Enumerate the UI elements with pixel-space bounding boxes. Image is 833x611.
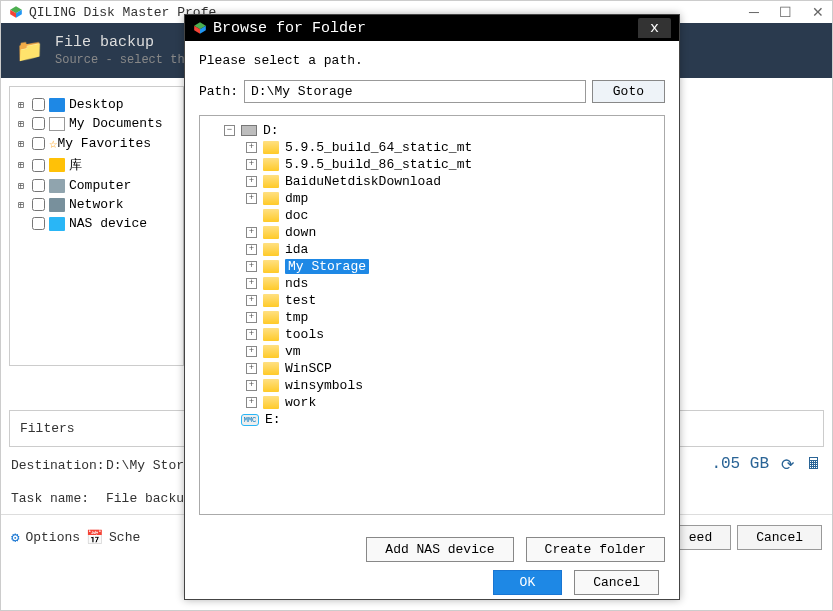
- folder-label: BaiduNetdiskDownload: [285, 174, 441, 189]
- sidebar-item-label: Desktop: [69, 97, 124, 112]
- checkbox[interactable]: [32, 217, 45, 230]
- tree-folder[interactable]: +ida: [204, 241, 660, 258]
- expand-icon[interactable]: +: [246, 397, 257, 408]
- folder-label: test: [285, 293, 316, 308]
- expand-icon[interactable]: +: [246, 380, 257, 391]
- folder-label: winsymbols: [285, 378, 363, 393]
- expand-icon[interactable]: ⊞: [18, 99, 30, 111]
- folder-icon: [263, 345, 279, 358]
- expand-icon[interactable]: ⊞: [18, 199, 30, 211]
- folder-label: doc: [285, 208, 308, 223]
- folder-label: vm: [285, 344, 301, 359]
- folder-icon: [263, 260, 279, 273]
- expand-icon[interactable]: +: [246, 363, 257, 374]
- tree-folder[interactable]: +test: [204, 292, 660, 309]
- tree-folder[interactable]: +tools: [204, 326, 660, 343]
- goto-button[interactable]: Goto: [592, 80, 665, 103]
- tree-folder[interactable]: +My Storage: [204, 258, 660, 275]
- create-folder-button[interactable]: Create folder: [526, 537, 665, 562]
- expand-icon[interactable]: +: [246, 312, 257, 323]
- drive-icon: [241, 125, 257, 136]
- expand-icon[interactable]: +: [246, 159, 257, 170]
- tree-folder[interactable]: +dmp: [204, 190, 660, 207]
- checkbox[interactable]: [32, 198, 45, 211]
- expand-icon[interactable]: ⊞: [18, 180, 30, 192]
- tree-folder[interactable]: +tmp: [204, 309, 660, 326]
- tree-folder[interactable]: +BaiduNetdiskDownload: [204, 173, 660, 190]
- destination-label: Destination:: [11, 458, 106, 473]
- expand-icon[interactable]: +: [246, 295, 257, 306]
- folder-icon: [263, 158, 279, 171]
- expand-icon[interactable]: +: [246, 261, 257, 272]
- folder-icon: [263, 192, 279, 205]
- tree-folder[interactable]: doc: [204, 207, 660, 224]
- expand-icon[interactable]: +: [246, 227, 257, 238]
- network-icon: [49, 198, 65, 212]
- folder-label: WinSCP: [285, 361, 332, 376]
- app-icon: [9, 5, 23, 19]
- folder-icon: [263, 311, 279, 324]
- expand-icon[interactable]: +: [246, 193, 257, 204]
- sidebar-item-nas[interactable]: NAS device: [18, 214, 175, 233]
- maximize-button[interactable]: ☐: [779, 4, 792, 20]
- ok-button[interactable]: OK: [493, 570, 563, 595]
- options-button[interactable]: ⚙Options: [11, 529, 80, 546]
- expand-icon[interactable]: +: [246, 329, 257, 340]
- path-input[interactable]: [244, 80, 586, 103]
- sidebar-item-library[interactable]: ⊞库: [18, 154, 175, 176]
- sidebar-item-network[interactable]: ⊞Network: [18, 195, 175, 214]
- sidebar-item-favorites[interactable]: ⊞☆My Favorites: [18, 133, 175, 154]
- folder-tree[interactable]: −D: +5.9.5_build_64_static_mt+5.9.5_buil…: [199, 115, 665, 515]
- schedule-button[interactable]: 📅Sche: [86, 529, 140, 546]
- document-icon: [49, 117, 65, 131]
- checkbox[interactable]: [32, 117, 45, 130]
- tree-folder[interactable]: +winsymbols: [204, 377, 660, 394]
- folder-icon: [263, 226, 279, 239]
- checkbox[interactable]: [32, 98, 45, 111]
- minimize-button[interactable]: ─: [749, 4, 759, 20]
- expand-icon[interactable]: +: [246, 142, 257, 153]
- expand-icon[interactable]: ⊞: [18, 118, 30, 130]
- expand-icon[interactable]: +: [246, 346, 257, 357]
- checkbox[interactable]: [32, 159, 45, 172]
- checkbox[interactable]: [32, 179, 45, 192]
- folder-icon: [263, 243, 279, 256]
- dialog-cancel-button[interactable]: Cancel: [574, 570, 659, 595]
- path-row: Path: Goto: [199, 80, 665, 103]
- calculator-icon[interactable]: 🖩: [806, 455, 822, 475]
- sidebar-item-documents[interactable]: ⊞My Documents: [18, 114, 175, 133]
- task-value: File backup: [106, 491, 192, 506]
- sidebar-item-desktop[interactable]: ⊞Desktop: [18, 95, 175, 114]
- window-controls: ─ ☐ ✕: [749, 4, 824, 20]
- folder-icon: [263, 209, 279, 222]
- cancel-button[interactable]: Cancel: [737, 525, 822, 550]
- refresh-icon[interactable]: ⟳: [781, 455, 794, 475]
- tree-folder[interactable]: +nds: [204, 275, 660, 292]
- tree-folder[interactable]: +5.9.5_build_86_static_mt: [204, 156, 660, 173]
- tree-folder[interactable]: +down: [204, 224, 660, 241]
- collapse-icon[interactable]: −: [224, 125, 235, 136]
- expand-icon[interactable]: ⊞: [18, 138, 30, 150]
- checkbox[interactable]: [32, 137, 45, 150]
- dialog-close-button[interactable]: x: [638, 18, 671, 38]
- tree-folder[interactable]: +work: [204, 394, 660, 411]
- mmc-icon: MMC: [241, 414, 259, 426]
- close-button[interactable]: ✕: [812, 4, 824, 20]
- folder-icon: [263, 175, 279, 188]
- expand-icon[interactable]: +: [246, 278, 257, 289]
- sidebar-item-computer[interactable]: ⊞Computer: [18, 176, 175, 195]
- folder-label: nds: [285, 276, 308, 291]
- folder-label: tools: [285, 327, 324, 342]
- tree-drive-e[interactable]: MMCE:: [204, 411, 660, 428]
- expand-icon[interactable]: ⊞: [18, 159, 30, 171]
- tree-folder[interactable]: +WinSCP: [204, 360, 660, 377]
- task-label: Task name:: [11, 491, 106, 506]
- tree-drive-d[interactable]: −D:: [204, 122, 660, 139]
- nas-icon: [49, 217, 65, 231]
- expand-icon[interactable]: +: [246, 244, 257, 255]
- add-nas-button[interactable]: Add NAS device: [366, 537, 513, 562]
- tree-folder[interactable]: +5.9.5_build_64_static_mt: [204, 139, 660, 156]
- expand-icon[interactable]: +: [246, 176, 257, 187]
- folder-icon: [263, 277, 279, 290]
- tree-folder[interactable]: +vm: [204, 343, 660, 360]
